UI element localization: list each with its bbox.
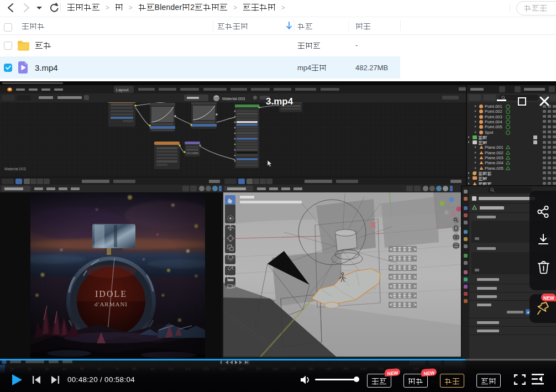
svg-text:Material.003: Material.003 bbox=[4, 167, 26, 171]
svg-text:>: > bbox=[413, 274, 416, 280]
svg-text:>: > bbox=[413, 255, 416, 261]
svg-text:>: > bbox=[413, 284, 416, 289]
svg-text:<: < bbox=[390, 274, 392, 280]
svg-text:<: < bbox=[390, 255, 392, 261]
svg-text:<: < bbox=[390, 265, 392, 270]
svg-text:>: > bbox=[413, 293, 416, 299]
svg-text:<: < bbox=[390, 284, 392, 289]
svg-text:>: > bbox=[413, 302, 416, 307]
svg-text:<: < bbox=[390, 302, 392, 307]
svg-text:<: < bbox=[390, 247, 392, 252]
svg-text:>: > bbox=[413, 265, 416, 270]
svg-text:>: > bbox=[413, 247, 416, 252]
svg-text:<: < bbox=[390, 293, 392, 299]
